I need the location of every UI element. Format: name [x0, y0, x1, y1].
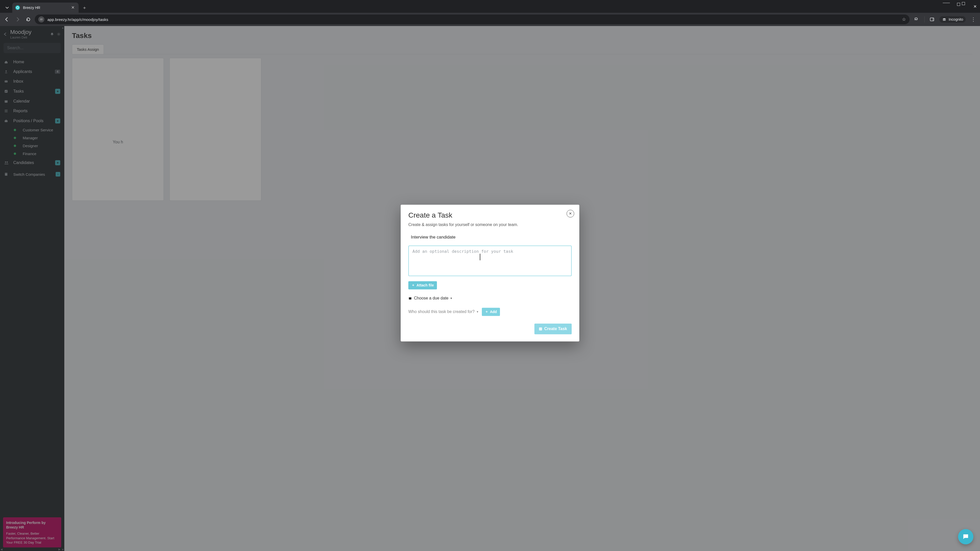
modal-lead: Create & assign tasks for yourself or so…	[408, 222, 572, 227]
incognito-chip[interactable]: Incognito	[939, 16, 966, 23]
create-task-button[interactable]: Create Task	[535, 324, 572, 334]
svg-rect-26	[409, 297, 411, 298]
attach-file-label: Attach file	[417, 283, 434, 287]
bookmark-star-icon[interactable]: ☆	[902, 17, 906, 22]
nav-back-button[interactable]	[3, 15, 11, 24]
modal-close-button[interactable]: ✕	[566, 210, 574, 218]
tab-search-button[interactable]	[2, 3, 12, 13]
svg-point-2	[42, 20, 42, 20]
due-date-label: Choose a due date	[414, 296, 449, 300]
nav-reload-button[interactable]	[24, 15, 33, 24]
svg-point-0	[40, 19, 41, 19]
chat-fab-button[interactable]	[958, 529, 974, 545]
incognito-icon	[942, 17, 947, 22]
calendar-icon	[408, 297, 412, 300]
svg-point-7	[945, 20, 945, 21]
nav-forward-button[interactable]	[13, 15, 22, 24]
plus-icon: ＋	[485, 310, 488, 314]
create-task-label: Create Task	[544, 327, 567, 331]
browser-menu-button[interactable]: ⋮	[969, 16, 977, 22]
window-maximize-button[interactable]	[957, 3, 964, 10]
assignee-label: Who should this task be created for?	[408, 310, 475, 314]
tab-title: Breezy HR	[23, 6, 68, 10]
modal-title: Create a Task	[408, 211, 572, 219]
browser-tabstrip: Breezy HR ✕ ＋ ✕	[0, 0, 980, 13]
text-caret-icon	[480, 254, 480, 260]
svg-point-6	[943, 20, 944, 21]
task-description-input[interactable]	[408, 245, 572, 276]
browser-toolbar: app.breezy.hr/app/c/moodjoy/tasks ☆ Inco…	[0, 13, 980, 26]
address-bar[interactable]: app.breezy.hr/app/c/moodjoy/tasks ☆	[35, 14, 910, 24]
caret-down-icon: ▾	[450, 297, 452, 300]
incognito-label: Incognito	[948, 17, 963, 21]
plus-icon: ＋	[411, 283, 415, 287]
window-close-button[interactable]: ✕	[971, 3, 978, 10]
chat-icon	[962, 533, 969, 540]
attach-file-button[interactable]: ＋ Attach file	[408, 281, 437, 289]
add-assignee-button[interactable]: ＋ Add	[482, 308, 500, 316]
svg-rect-5	[932, 18, 934, 21]
window-minimize-button[interactable]	[943, 3, 950, 10]
add-label: Add	[490, 310, 497, 314]
window-controls: ✕	[943, 0, 978, 13]
sidepanel-icon[interactable]	[928, 16, 936, 23]
task-title-input[interactable]	[408, 233, 572, 242]
tab-close-button[interactable]: ✕	[71, 6, 75, 10]
new-tab-button[interactable]: ＋	[81, 4, 88, 11]
assignee-dropdown[interactable]: Who should this task be created for? ▾	[408, 310, 478, 314]
create-task-modal: ✕ Create a Task Create & assign tasks fo…	[401, 205, 579, 341]
svg-rect-1	[41, 19, 43, 19]
extensions-icon[interactable]	[913, 16, 921, 23]
checkbox-icon	[539, 327, 542, 330]
due-date-dropdown[interactable]: Choose a due date ▾	[408, 296, 572, 300]
browser-tab-active[interactable]: Breezy HR ✕	[12, 3, 79, 13]
favicon-icon	[15, 5, 20, 10]
url-text: app.breezy.hr/app/c/moodjoy/tasks	[48, 17, 108, 22]
site-settings-icon[interactable]	[38, 16, 45, 22]
caret-down-icon: ▾	[477, 310, 478, 313]
